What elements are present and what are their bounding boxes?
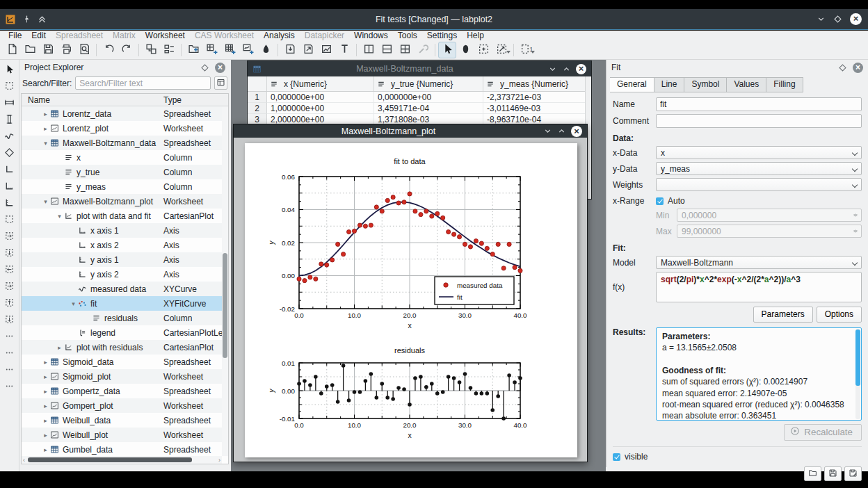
tree-row[interactable]: ▸ Lorentz_data Spreadsheet (22, 106, 222, 121)
spreadsheet-window-titlebar[interactable]: Maxwell-Boltzmann_data (248, 61, 591, 76)
zoom-fit-mode[interactable] (492, 42, 511, 58)
menu-item[interactable]: Spreadsheet (51, 31, 108, 40)
tree-row[interactable]: ▾ fit XYFitCurve (22, 296, 222, 311)
tree-row[interactable]: ▾ Maxwell-Boltzmann_data Spreadsheet (22, 136, 222, 150)
page-navigation[interactable]: 1 (517, 42, 535, 58)
weights-combobox[interactable] (656, 178, 862, 191)
keep-above-icon[interactable] (38, 15, 47, 24)
cell[interactable]: -3,011469e-03 (483, 103, 591, 114)
undo[interactable] (99, 42, 118, 58)
menu-item[interactable]: CAS Worksheet (190, 31, 259, 40)
close-window-icon[interactable] (576, 64, 586, 74)
save-project[interactable] (39, 42, 57, 58)
new-image[interactable] (317, 42, 335, 58)
expander-icon[interactable]: ▸ (41, 125, 50, 132)
tree-row[interactable]: measured data XYCurve (22, 282, 222, 296)
navigation-mode[interactable] (456, 42, 474, 58)
import-from-sql[interactable] (299, 42, 317, 58)
maximize-window-icon[interactable] (562, 65, 571, 74)
menu-item[interactable]: Worksheet (140, 31, 190, 40)
tab[interactable]: Symbol (684, 77, 727, 92)
parameters-button[interactable]: Parameters (753, 307, 813, 323)
tree-row[interactable]: ▾ plot with data and fit CartesianPlot (22, 209, 222, 223)
tree-row[interactable]: x axis 2 Axis (22, 238, 222, 252)
toolbar-button[interactable] (181, 44, 182, 56)
tree-row[interactable]: ▸ Sigmoid_data Spreadsheet (22, 355, 222, 369)
tree-row[interactable]: x axis 1 Axis (22, 223, 222, 238)
new-text[interactable] (335, 42, 353, 58)
tree-row[interactable]: ▾ Maxwell-Boltzmann_plot Worksheet (22, 194, 222, 209)
cell[interactable]: 3,459171e-04 (374, 103, 483, 114)
close-dock-icon[interactable] (215, 63, 225, 73)
zoom-in-region-tool[interactable] (2, 212, 17, 229)
column-header[interactable]: x {Numeric} (267, 76, 374, 91)
expander-icon[interactable]: ▾ (69, 300, 78, 307)
worksheet-window[interactable]: Maxwell-Boltzmann_plot 0.060.040.020.00-… (233, 124, 588, 462)
auto-checkbox[interactable] (656, 197, 664, 205)
column-header[interactable]: y_meas {Numeric} (483, 76, 591, 91)
expander-icon[interactable]: ▸ (41, 111, 50, 117)
fit-to-data-plot[interactable]: 0.060.040.020.00-0.020.010.020.030.040.0… (264, 150, 552, 335)
more-tools[interactable] (2, 379, 17, 396)
shade-icon[interactable] (817, 15, 826, 24)
tab[interactable]: Line (654, 77, 685, 92)
maximize-window-icon[interactable] (557, 127, 566, 136)
expander-icon[interactable]: ▸ (41, 402, 50, 409)
tree-row[interactable]: y_meas Column (22, 179, 222, 194)
visible-checkbox[interactable] (613, 453, 620, 461)
split-view-horizontal[interactable] (378, 42, 396, 58)
auto-scale-y-tool[interactable] (2, 362, 17, 379)
close-window-icon[interactable] (571, 126, 582, 137)
tree-vertical-scrollbar[interactable] (222, 106, 228, 456)
expander-icon[interactable]: ▸ (41, 359, 50, 366)
select-y-range-tool[interactable] (2, 112, 17, 129)
select-x-range-tool[interactable] (2, 95, 17, 112)
new-worksheet[interactable] (239, 42, 257, 58)
tree-row[interactable]: ▸ plot with residuals CartesianPlot (22, 340, 222, 355)
toolbar-button[interactable] (278, 44, 278, 56)
zoom-y-region-tool[interactable] (2, 245, 17, 262)
new-matrix[interactable] (220, 42, 239, 58)
expander-icon[interactable]: ▸ (41, 432, 50, 439)
tree-row[interactable]: legend CartesianPlotLegend (22, 325, 222, 340)
xdata-combobox[interactable]: x (656, 146, 862, 159)
save-config-button[interactable] (824, 466, 842, 481)
load-config-button[interactable] (804, 466, 821, 481)
maximize-icon[interactable] (833, 15, 842, 24)
tree-row[interactable]: y axis 1 Axis (22, 252, 222, 267)
results-textbox[interactable]: Parameters:a = 13.1565±2.0508Goodness of… (656, 327, 862, 421)
tab[interactable]: Values (727, 77, 766, 92)
menu-item[interactable]: Datapicker (300, 31, 349, 40)
minimize-window-icon[interactable] (543, 127, 552, 136)
menu-item[interactable]: Tools (393, 31, 422, 40)
expander-icon[interactable]: ▾ (41, 198, 50, 205)
tree-row[interactable]: ▸ Sigmoid_plot Worksheet (22, 369, 222, 384)
x-axis-tool[interactable] (2, 179, 17, 195)
options-button[interactable]: Options (817, 307, 862, 323)
float-dock-icon[interactable] (838, 63, 847, 72)
import-from-file[interactable] (281, 42, 299, 58)
max-spinbox[interactable]: 99,000000 (677, 225, 862, 238)
menu-item[interactable]: Settings (422, 31, 462, 40)
menu-item[interactable]: Edit (26, 31, 51, 40)
select-tool[interactable] (2, 62, 17, 79)
name-input[interactable] (656, 97, 862, 111)
new-datapicker[interactable] (160, 42, 178, 58)
new-spreadsheet[interactable] (202, 42, 220, 58)
results-scrollbar[interactable] (855, 329, 860, 419)
tree-row[interactable]: ▸ Weibull_plot Worksheet (22, 428, 222, 442)
worksheet-page[interactable]: 0.060.040.020.00-0.020.010.020.030.040.0… (245, 143, 577, 457)
toolbar-button[interactable] (513, 44, 514, 56)
float-dock-icon[interactable] (200, 63, 209, 72)
menu-item[interactable]: Windows (349, 31, 393, 40)
column-header-type[interactable]: Type (161, 95, 228, 105)
close-icon[interactable] (850, 13, 862, 25)
menu-item[interactable]: Help (462, 31, 489, 40)
toolbar-button[interactable] (96, 44, 97, 56)
print[interactable] (57, 42, 75, 58)
comment-input[interactable] (656, 114, 862, 128)
open-project[interactable] (21, 42, 39, 58)
tree-header[interactable]: Name Type (22, 94, 228, 106)
tree-row[interactable]: y_true Column (22, 165, 222, 179)
zoom-x-region-tool[interactable] (2, 229, 17, 245)
